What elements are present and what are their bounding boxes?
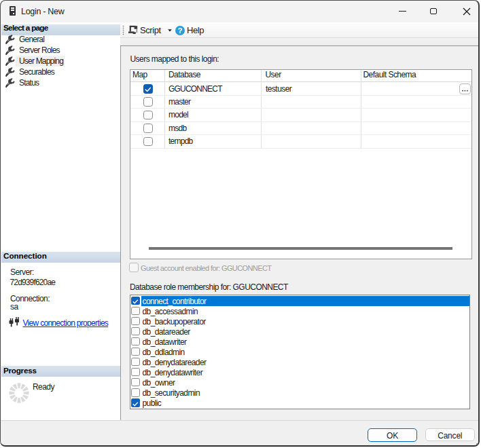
svg-text:?: ? — [177, 26, 182, 35]
